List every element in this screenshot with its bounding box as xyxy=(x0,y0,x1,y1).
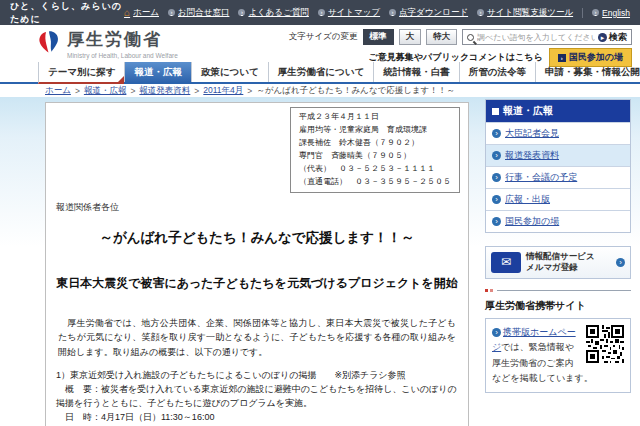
site-header: 厚生労働省 Ministry of Health, Labour and Wel… xyxy=(0,25,640,62)
arrow-circle-icon: › xyxy=(616,258,625,267)
topbar-link-braille-download[interactable]: › 点字ダウンロード xyxy=(389,7,468,19)
arrow-circle-icon: › xyxy=(492,217,501,226)
site-title-en: Ministry of Health, Labour and Welfare xyxy=(67,52,178,59)
tab-applications[interactable]: 申請・募集・情報公開 xyxy=(535,62,640,82)
sidebar-item-events-schedule[interactable]: › 行事・会議の予定 xyxy=(486,166,630,188)
topbar-link-accessibility-tool[interactable]: › サイト閲覧支援ツール xyxy=(477,7,573,19)
arrow-circle-icon: › xyxy=(238,9,245,16)
breadcrumb-2011-04[interactable]: 2011年4月 xyxy=(203,85,243,97)
arrow-circle-icon: › xyxy=(592,9,599,16)
tab-theme-search[interactable]: テーマ別に探す xyxy=(38,62,124,84)
arrow-circle-icon: › xyxy=(492,151,501,160)
sidebar-item-minister-press-conference[interactable]: › 大臣記者会見 xyxy=(486,122,630,144)
global-nav: テーマ別に探す 報道・広報 政策について 厚生労働省について 統計情報・白書 所… xyxy=(0,62,640,84)
divider xyxy=(582,8,583,18)
search-button[interactable]: ▸ 検索 xyxy=(598,31,627,44)
tab-laws[interactable]: 所管の法令等 xyxy=(459,62,535,82)
textsize-label: 文字サイズの変更 xyxy=(289,31,358,43)
textsize-standard-button[interactable]: 標準 xyxy=(363,29,394,45)
breadcrumb-current: ～がんばれ子どもたち！みんなで応援します！！～ xyxy=(256,85,455,97)
tab-statistics[interactable]: 統計情報・白書 xyxy=(373,62,459,82)
textsize-xlarge-button[interactable]: 特大 xyxy=(426,29,457,45)
arrow-circle-icon: › xyxy=(492,173,501,182)
arrow-circle-icon: › xyxy=(318,9,325,16)
arrow-circle-icon: › xyxy=(492,328,501,337)
press-release-intro: 厚生労働省では、地方公共団体、企業、関係団体等と協力し、東日本大震災で被災した子… xyxy=(58,316,456,359)
tab-about-mhlw[interactable]: 厚生労働省について xyxy=(268,62,373,82)
breadcrumb-press-releases[interactable]: 報道発表資料 xyxy=(139,85,190,97)
top-utility-bar: ひと、くらし、みらいのために ⌂ ホーム › お問合せ窓口 › よくあるご質問 … xyxy=(0,0,640,25)
arrow-circle-icon: ▸ xyxy=(598,33,607,42)
topbar-link-english[interactable]: › English xyxy=(592,8,630,18)
arrow-circle-icon: › xyxy=(168,9,175,16)
arrow-circle-icon: › xyxy=(477,9,484,16)
textsize-large-button[interactable]: 大 xyxy=(399,29,422,45)
square-icon xyxy=(492,108,499,115)
tab-policy[interactable]: 政策について xyxy=(191,62,268,82)
topbar-link-home[interactable]: ⌂ ホーム xyxy=(124,7,159,19)
addressee: 報道関係者各位 xyxy=(56,201,468,214)
tab-press[interactable]: 報道・広報 xyxy=(124,62,191,82)
dotted-divider xyxy=(485,289,631,292)
topbar-link-faq[interactable]: › よくあるご質問 xyxy=(238,7,309,19)
breadcrumb-press[interactable]: 報道・広報 xyxy=(84,85,127,97)
mhlw-logo-icon xyxy=(36,30,62,58)
mobile-site-box: ›携帯版ホームページでは、緊急情報や厚生労働省のご案内などを掲載しています。 xyxy=(485,318,631,393)
mhlw-logo[interactable]: 厚生労働省 Ministry of Health, Labour and Wel… xyxy=(36,28,178,62)
press-release-details: 1）東京近郊受け入れ施設の子どもたちによるこいのぼりの掲揚 ※別添チラシ参照 概… xyxy=(56,369,458,426)
content-area: 平成２３年４月１１日 雇用均等・児童家庭局 育成環境課 課長補佐 鈴木健吾（７９… xyxy=(0,97,640,426)
arrow-circle-icon: › xyxy=(389,9,396,16)
topbar-link-contact[interactable]: › お問合せ窓口 xyxy=(168,7,229,19)
mailmagazine-banner[interactable]: ✉ 情報配信サービス メルマガ登録 › xyxy=(485,246,631,279)
breadcrumb: ホーム > 報道・広報 > 報道発表資料 > 2011年4月 > ～がんばれ子ど… xyxy=(0,84,640,97)
site-tagline: ひと、くらし、みらいのために xyxy=(10,0,124,26)
sidebar-item-pr-publications[interactable]: › 広報・出版 xyxy=(486,188,630,210)
arrow-circle-icon: › xyxy=(492,129,501,138)
envelope-icon: ✉ xyxy=(491,252,521,273)
qr-code xyxy=(586,325,624,363)
press-menu: 報道・広報 › 大臣記者会見 › 報道発表資料 › 行事・会議の予定 › 広報・… xyxy=(485,99,631,233)
press-release-box: 平成２３年４月１１日 雇用均等・児童家庭局 育成環境課 課長補佐 鈴木健吾（７９… xyxy=(45,102,469,426)
home-icon: ⌂ xyxy=(124,8,130,18)
breadcrumb-home[interactable]: ホーム xyxy=(45,85,71,97)
sidebar-item-press-releases[interactable]: › 報道発表資料 xyxy=(486,144,630,166)
site-title: 厚生労働省 xyxy=(67,28,178,51)
site-search: ▸ 検索 xyxy=(462,29,632,45)
arrow-circle-icon: › xyxy=(492,195,501,204)
press-release-title: ～がんばれ子どもたち！みんなで応援します！！～ xyxy=(46,229,468,247)
arrow-square-icon: › xyxy=(558,54,566,62)
topbar-links: ⌂ ホーム › お問合せ窓口 › よくあるご質問 › サイトマップ › 点字ダウ… xyxy=(124,7,630,19)
topbar-link-sitemap[interactable]: › サイトマップ xyxy=(318,7,380,19)
mobile-site-heading: 厚生労働省携帯サイト xyxy=(485,299,631,313)
search-input[interactable] xyxy=(477,33,595,42)
sidebar-item-public-participation[interactable]: › 国民参加の場 xyxy=(486,210,630,232)
contact-info-box: 平成２３年４月１１日 雇用均等・児童家庭局 育成環境課 課長補佐 鈴木健吾（７９… xyxy=(290,107,460,193)
sidebar: 報道・広報 › 大臣記者会見 › 報道発表資料 › 行事・会議の予定 › 広報・… xyxy=(485,99,631,393)
mobile-site-text: では、緊急情報や厚生労働省のご案内などを掲載しています。 xyxy=(492,342,593,383)
header-tools: 文字サイズの変更 標準 大 特大 ▸ 検索 ご意見募集やパブリックコメントはこち… xyxy=(289,28,632,62)
press-release-subtitle: 東日本大震災で被害にあった子どもたちを元気づけるプロジェクトを開始 xyxy=(46,275,468,292)
press-menu-header: 報道・広報 xyxy=(486,100,630,122)
search-icon xyxy=(467,34,474,41)
